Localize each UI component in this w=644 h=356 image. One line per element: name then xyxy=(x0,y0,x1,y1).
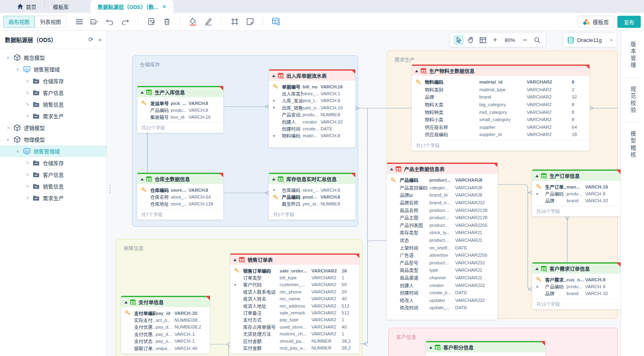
chevron-down-icon[interactable]: ∨ xyxy=(6,55,14,60)
tree-item-需求生产[interactable]: ＞需求生产 xyxy=(0,192,107,204)
field-row[interactable]: 产品编码produ...VARCH...8 xyxy=(532,283,621,290)
field-row[interactable]: 物料编码matirial_idVARCHAR28 xyxy=(412,78,589,86)
field-row[interactable]: 单据编号bill_noVARCH...16 xyxy=(269,83,355,90)
field-row[interactable]: 实付金额real_pay_a...NUMBER38,2 xyxy=(230,344,359,351)
field-row[interactable]: 品牌brandVARCH...32 xyxy=(532,290,621,297)
tree-item-客户信息[interactable]: ＞客户信息 xyxy=(0,169,107,180)
collapse-caret-icon[interactable] xyxy=(233,259,237,261)
field-row[interactable]: 商品类型typeVARCHAR21 xyxy=(387,266,497,274)
entity-header[interactable]: 生产入库信息 xyxy=(137,86,223,97)
collapse-caret-icon[interactable] xyxy=(429,346,432,349)
collapse-caret-icon[interactable] xyxy=(124,301,128,304)
field-row[interactable]: 产品主图product...VARCHAR2128 xyxy=(387,214,497,222)
pan-hand-icon[interactable] xyxy=(466,35,476,45)
chevron-down-icon[interactable]: ∨ xyxy=(16,67,23,71)
field-row[interactable]: 商品渠道channelVARCHAR21 xyxy=(387,274,497,282)
field-row[interactable]: 订单类型bill_typeVARCHAR21 xyxy=(230,274,359,281)
field-row[interactable]: 生产订单...man...VARCH...16 xyxy=(532,183,621,190)
chevron-right-icon[interactable]: ＞ xyxy=(25,90,33,96)
entity-header[interactable]: 客户积分信息 xyxy=(426,341,545,352)
field-row[interactable]: 支付优惠...pay_d...NUMBER38,2 xyxy=(121,324,210,331)
field-row[interactable]: 品牌brandVARCHAR232 xyxy=(412,93,589,101)
tree-item-物理模型[interactable]: ∨物理模型 xyxy=(0,134,107,145)
field-row[interactable]: 品牌idbrand_idVARCHAR28 xyxy=(387,191,497,199)
field-row[interactable]: 创建时间create_ti...DATE xyxy=(387,289,497,297)
field-row[interactable]: 应付金额should_pa...NUMBER38,2 xyxy=(230,337,359,344)
entity-header[interactable]: 出入库单据流水表 xyxy=(269,69,355,81)
standard-check-tab[interactable]: 规范校验 xyxy=(629,83,637,117)
field-row[interactable]: 物料种类mid_categoryVARCHAR28 xyxy=(412,108,589,116)
field-row[interactable]: 物料小类small_categoryVARCHAR28 xyxy=(412,116,589,124)
field-row[interactable]: 状态product...VARCHAR21 xyxy=(387,237,497,244)
field-row[interactable]: 产品变动...produ...NUMBER8 xyxy=(269,111,355,118)
collapse-caret-icon[interactable] xyxy=(141,178,144,180)
chevron-right-icon[interactable]: ＞ xyxy=(25,172,33,178)
collapse-caret-icon[interactable] xyxy=(272,75,275,77)
chevron-right-icon[interactable]: ＞ xyxy=(25,78,33,84)
entity-生产物料主数据信息[interactable]: 生产物料主数据信息物料编码matirial_idVARCHAR28物料类别mat… xyxy=(412,65,589,151)
field-row[interactable]: 收货人姓名rec_nameVARCHAR240 xyxy=(230,295,359,302)
table-settings-icon[interactable] xyxy=(272,18,280,26)
entity-支付单信息[interactable]: 支付单信息支付单编码pay_idVARCH...20实际支付...act_p..… xyxy=(121,296,210,353)
frame-icon[interactable] xyxy=(231,18,239,26)
tree-item-销售管理域[interactable]: ∨销售管理域 xyxy=(0,145,107,157)
entity-header[interactable]: 仓库主数据信息 xyxy=(137,173,223,184)
field-row[interactable]: 品牌brandVARCH...32 xyxy=(532,197,621,204)
field-row[interactable]: 库存类型stock_ty...VARCHAR21 xyxy=(387,229,497,237)
database-type-select[interactable]: Oracle11g ▾ xyxy=(563,33,617,47)
field-row[interactable]: 客户需求...cus_n...VARCH...8 xyxy=(532,276,621,283)
zoom-out-icon[interactable]: − xyxy=(520,35,530,45)
entity-仓库主数据信息[interactable]: 仓库主数据信息仓库编码store...VARCH...8仓库名称store_..… xyxy=(137,173,223,220)
chevron-down-icon[interactable]: ∨ xyxy=(6,137,14,142)
tree-item-销售信息[interactable]: ＞销售信息 xyxy=(0,180,107,192)
entity-生产订单信息[interactable]: 生产订单信息生产订单...man...VARCH...16产品编码produ..… xyxy=(532,170,621,216)
field-row[interactable]: 物料大类big_categoryVARCHAR28 xyxy=(412,101,589,109)
tree-item-需求生产[interactable]: ＞需求生产 xyxy=(0,110,107,122)
tree-item-销售管理域[interactable]: ∨销售管理域 xyxy=(0,63,107,75)
field-row[interactable]: 集装箱号box_idVARCH...16 xyxy=(137,114,223,121)
field-row[interactable]: 仓库名称store_...VARCH...64 xyxy=(137,193,223,200)
template-lib-button[interactable]: 模板库 xyxy=(578,16,614,28)
entity-header[interactable]: 销售订单表 xyxy=(230,253,359,265)
collapse-caret-icon[interactable] xyxy=(141,91,144,94)
field-row[interactable]: 客户代码customer_...VARCHAR250 xyxy=(230,281,359,288)
field-row[interactable]: 产品类目编码categor...VARCHAR28 xyxy=(387,184,497,192)
chevron-right-icon[interactable]: ＞ xyxy=(25,195,33,201)
field-row[interactable]: 仓库编码store_...VARCH...8 xyxy=(269,186,355,193)
field-row[interactable]: 发运单号pick_...VARCH...8 xyxy=(137,100,223,107)
tree-item-仓储库存[interactable]: ＞仓储库存 xyxy=(0,75,107,87)
field-row[interactable]: 收货人联系电话rec_phoneVARCHAR220 xyxy=(230,288,359,295)
entity-生产入库信息[interactable]: 生产入库信息发运单号pick_...VARCH...8产品编码produ...V… xyxy=(137,86,223,133)
field-row[interactable]: 广告语advertiseVARCHAR2255 xyxy=(387,251,497,259)
home-tab[interactable]: 首页 xyxy=(11,0,42,13)
collapse-sidebar-icon[interactable]: « xyxy=(99,36,102,43)
field-row[interactable]: 修改人updaterVARCHAR232 xyxy=(387,297,497,304)
field-row[interactable]: 订单备注sale_remarkVARCHAR2512 xyxy=(230,309,359,316)
entity-header[interactable]: 生产物料主数据信息 xyxy=(412,65,589,76)
refresh-icon[interactable]: ⟳ xyxy=(88,36,94,43)
field-row[interactable]: 创建人creatorVARCHAR232 xyxy=(387,281,497,289)
line-color-icon[interactable] xyxy=(204,18,212,26)
note-icon[interactable] xyxy=(246,18,254,26)
undo-icon[interactable] xyxy=(106,18,114,26)
field-row[interactable]: 产品编码produ...VARCH...8 xyxy=(532,190,621,197)
sidebar-resize-handle[interactable] xyxy=(109,185,111,193)
version-management-tab[interactable]: 版本管理 xyxy=(629,38,637,73)
field-row[interactable]: 物料类别matirial_typeVARCHAR22 xyxy=(412,86,589,94)
field-row[interactable]: 产品型号product...VARCHAR232 xyxy=(387,259,497,267)
field-row[interactable]: 支付单编码pay_idVARCH...20 xyxy=(121,310,210,316)
field-row[interactable]: 入库_发运...pick_t...VARCH...8 xyxy=(269,97,355,104)
entity-header[interactable]: 库存信息实时汇总信息 xyxy=(269,173,355,184)
field-row[interactable]: 库存占用单据号used_store...VARCHAR240 xyxy=(230,323,359,330)
collapse-caret-icon[interactable] xyxy=(415,70,418,72)
field-row[interactable]: 品牌名称brand_n...VARCHAR232 xyxy=(387,199,497,207)
tree-item-逻辑模型[interactable]: ＞逻辑模型 xyxy=(0,122,107,134)
field-row[interactable]: 截至昨日...yes_st...NUMBER8 xyxy=(269,201,355,207)
field-row[interactable]: 出库_销售...sale_o...VARCH...16 xyxy=(269,104,355,111)
diagram-canvas[interactable]: 仓储库存需求生产销售信息客户信息 生产入库信息发运单号pick_...VARCH… xyxy=(107,31,621,356)
field-row[interactable]: 仓库编码store...VARCH...8 xyxy=(137,186,223,193)
menu-icon[interactable] xyxy=(75,18,83,26)
zoom-in-icon[interactable]: + xyxy=(490,35,500,45)
field-row[interactable]: 支付状态pay_s...VARCH...1 xyxy=(121,338,210,345)
entity-销售订单表[interactable]: 销售订单表销售订单编码sale_order...VARCHAR216订单类型bi… xyxy=(230,253,359,353)
